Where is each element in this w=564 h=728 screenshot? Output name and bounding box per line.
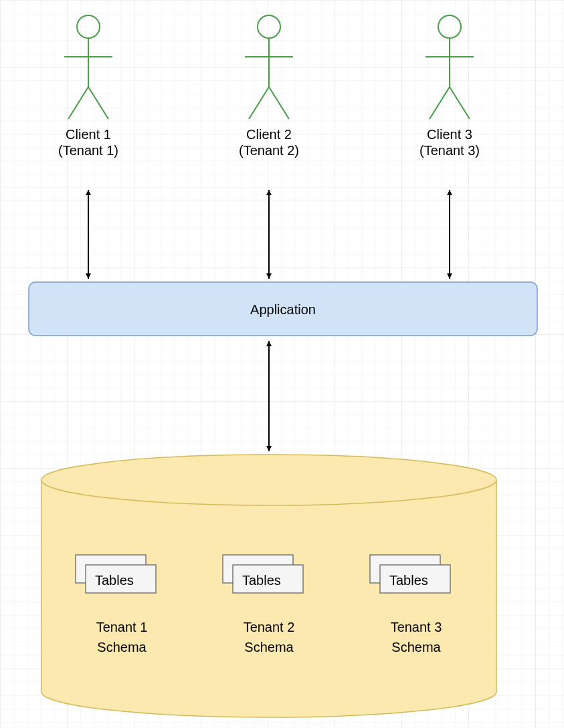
client-1-tenant: (Tenant 1) <box>58 143 118 158</box>
schema-1-line1: Tenant 1 <box>96 620 148 634</box>
client-2-tenant: (Tenant 2) <box>239 143 299 158</box>
schema-1-line2: Schema <box>97 640 147 654</box>
client-3-tenant: (Tenant 3) <box>419 143 480 158</box>
tables-label-2: Tables <box>242 573 281 588</box>
schema-3-line2: Schema <box>391 640 441 654</box>
application-label: Application <box>250 302 316 317</box>
schema-3-line1: Tenant 3 <box>391 620 442 634</box>
client-3-name: Client 3 <box>427 127 472 142</box>
schema-2-line1: Tenant 2 <box>244 620 295 634</box>
tables-label-3: Tables <box>389 573 428 588</box>
client-1-name: Client 1 <box>66 127 111 142</box>
client-2-name: Client 2 <box>246 127 292 142</box>
tables-label-1: Tables <box>95 573 134 588</box>
schema-2-line2: Schema <box>244 640 294 654</box>
